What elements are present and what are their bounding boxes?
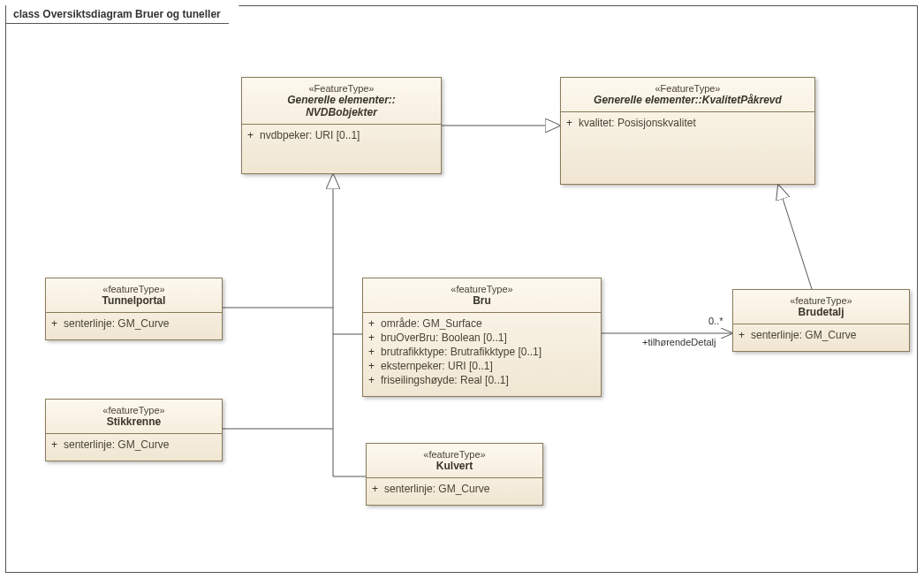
attribute-text: nvdbpeker: URI [0..1]: [260, 129, 360, 141]
attributes: + senterlinje: GM_Curve: [46, 313, 222, 339]
attribute-text: brutrafikktype: Brutrafikktype [0..1]: [381, 346, 542, 358]
attribute-row: +brutrafikktype: Brutrafikktype [0..1]: [368, 345, 595, 359]
attribute-text: bruOverBru: Boolean [0..1]: [381, 331, 507, 344]
class-nvdbobjekter[interactable]: «FeatureType» Generelle elementer:: NVDB…: [241, 77, 442, 174]
class-tunnelportal[interactable]: «featureType» Tunnelportal + senterlinje…: [45, 278, 223, 340]
attributes: + senterlinje: GM_Curve: [367, 478, 542, 505]
diagram-frame: class Oversiktsdiagram Bruer og tuneller: [5, 5, 918, 573]
stereotype: «featureType»: [49, 284, 218, 294]
stereotype: «FeatureType»: [564, 83, 811, 94]
class-header: «FeatureType» Generelle elementer:: NVDB…: [242, 78, 441, 125]
attribute-row: + senterlinje: GM_Curve: [372, 482, 537, 496]
stereotype: «featureType»: [367, 284, 597, 294]
attribute-text: eksternpeker: URI [0..1]: [381, 360, 493, 372]
class-name: Generelle elementer::KvalitetPåkrevd: [564, 94, 811, 106]
class-kulvert[interactable]: «featureType» Kulvert + senterlinje: GM_…: [366, 443, 543, 506]
class-name: Bru: [367, 294, 597, 307]
attributes: + senterlinje: GM_Curve: [46, 434, 222, 461]
attributes: + kvalitet: Posisjonskvalitet: [561, 112, 814, 139]
attributes: + senterlinje: GM_Curve: [733, 324, 909, 351]
attribute-row: + kvalitet: Posisjonskvalitet: [566, 116, 809, 130]
attribute-text: senterlinje: GM_Curve: [64, 438, 169, 451]
stereotype: «featureType»: [737, 295, 905, 306]
attributes: + nvdbpeker: URI [0..1]: [242, 125, 441, 151]
class-name-line2: NVDBobjekter: [246, 106, 437, 118]
class-name: Stikkrenne: [49, 415, 218, 428]
diagram-title: class Oversiktsdiagram Bruer og tuneller: [5, 5, 239, 24]
attribute-text: senterlinje: GM_Curve: [751, 329, 856, 341]
attribute-text: område: GM_Surface: [381, 317, 482, 330]
attributes: +område: GM_Surface +bruOverBru: Boolean…: [363, 313, 601, 396]
class-name-line1: Generelle elementer::: [246, 94, 437, 106]
attribute-text: senterlinje: GM_Curve: [384, 483, 489, 495]
attribute-row: +eksternpeker: URI [0..1]: [368, 359, 595, 373]
attribute-row: + senterlinje: GM_Curve: [738, 328, 904, 342]
class-header: «featureType» Bru: [363, 278, 601, 313]
class-kvalitetpakrevd[interactable]: «FeatureType» Generelle elementer::Kvali…: [560, 77, 815, 185]
class-brudetalj[interactable]: «featureType» Brudetalj + senterlinje: G…: [732, 289, 910, 352]
attribute-text: friseilingshøyde: Real [0..1]: [381, 374, 509, 386]
class-header: «featureType» Tunnelportal: [46, 278, 222, 313]
svg-line-8: [778, 185, 812, 289]
attribute-row: + senterlinje: GM_Curve: [51, 438, 216, 452]
class-name: Brudetalj: [737, 306, 905, 318]
attribute-row: + nvdbpeker: URI [0..1]: [247, 128, 435, 142]
class-stikkrenne[interactable]: «featureType» Stikkrenne + senterlinje: …: [45, 399, 223, 461]
class-name: Kulvert: [370, 460, 539, 472]
attribute-row: +område: GM_Surface: [368, 316, 595, 331]
stereotype: «featureType»: [49, 405, 218, 415]
assoc-multiplicity: 0..*: [708, 316, 723, 326]
class-header: «FeatureType» Generelle elementer::Kvali…: [561, 78, 814, 112]
class-header: «featureType» Kulvert: [367, 444, 542, 478]
attribute-row: + senterlinje: GM_Curve: [51, 316, 216, 331]
attribute-text: kvalitet: Posisjonskvalitet: [579, 117, 696, 129]
attribute-row: +bruOverBru: Boolean [0..1]: [368, 331, 595, 345]
class-header: «featureType» Stikkrenne: [46, 400, 222, 434]
class-header: «featureType» Brudetalj: [733, 290, 909, 324]
stereotype: «featureType»: [370, 449, 539, 460]
attribute-row: +friseilingshøyde: Real [0..1]: [368, 373, 595, 387]
stereotype: «FeatureType»: [246, 83, 437, 94]
class-name: Tunnelportal: [49, 294, 218, 307]
assoc-role: +tilhørendeDetalj: [642, 337, 716, 347]
attribute-text: senterlinje: GM_Curve: [64, 317, 169, 330]
class-bru[interactable]: «featureType» Bru +område: GM_Surface +b…: [362, 278, 602, 397]
